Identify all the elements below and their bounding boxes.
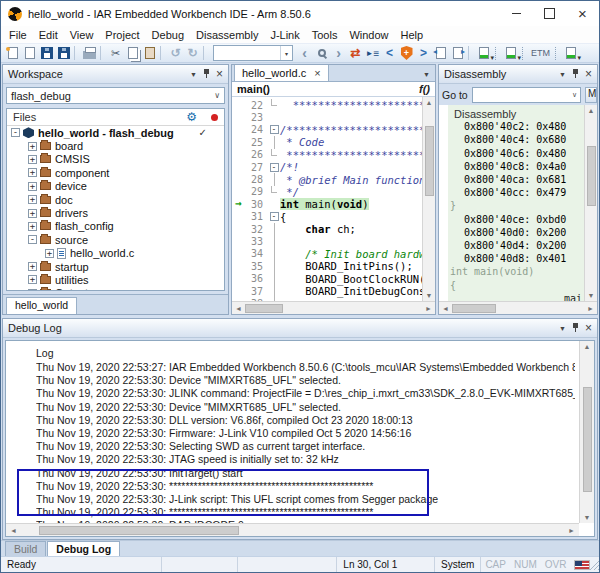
menu-view[interactable]: View xyxy=(64,28,100,42)
scroll-up-icon[interactable]: ▲ xyxy=(426,97,433,108)
print-icon[interactable] xyxy=(81,45,98,61)
scroll-left-icon[interactable]: ◄ xyxy=(232,303,245,314)
collapse-minus-icon[interactable]: - xyxy=(11,128,20,137)
copy-icon[interactable] xyxy=(124,45,141,61)
paste-icon[interactable] xyxy=(141,45,158,61)
code-line[interactable]: →33 xyxy=(232,235,422,247)
collapse-minus-icon[interactable]: - xyxy=(28,235,37,244)
tree-item-drivers[interactable]: +drivers xyxy=(7,206,224,219)
nav-forward-icon[interactable] xyxy=(330,45,347,61)
disassembly-row[interactable]: 0x800'40cc: 0x479 xyxy=(448,186,584,199)
code-line[interactable]: →29 */ xyxy=(232,186,422,198)
editor-vertical-scrollbar[interactable]: ▲ ▼ xyxy=(422,97,435,301)
log-line[interactable]: Thu Nov 19, 2020 22:53:30: *************… xyxy=(36,506,575,519)
code-line[interactable]: →30int main(void) xyxy=(232,198,422,210)
expand-plus-icon[interactable]: + xyxy=(28,222,37,231)
panel-close-icon[interactable] xyxy=(585,70,592,79)
tree-item-flash-config[interactable]: +flash_config xyxy=(7,220,224,233)
panel-close-icon[interactable] xyxy=(585,324,592,333)
undo-icon[interactable] xyxy=(167,45,184,61)
code-line[interactable]: →25 * Code xyxy=(232,136,422,148)
scroll-up-icon[interactable]: ▲ xyxy=(584,341,591,352)
code-line[interactable]: →35 BOARD_InitPins(); xyxy=(232,260,422,272)
log-line[interactable]: Thu Nov 19, 2020 22:53:30: J-Link script… xyxy=(36,493,575,506)
angle-left-icon[interactable] xyxy=(381,45,398,61)
disassembly-row[interactable]: 0x800'40c6: 0x480 xyxy=(448,147,584,160)
disassembly-row[interactable]: 0x800'40c8: 0x4a0 xyxy=(448,160,584,173)
expand-plus-icon[interactable]: + xyxy=(28,195,37,204)
function-list-button[interactable]: f() xyxy=(419,83,430,95)
tree-item-cmsis[interactable]: +CMSIS xyxy=(7,153,224,166)
scroll-right-icon[interactable]: ► xyxy=(564,525,579,536)
code-line[interactable]: →37 BOARD_InitDebugConsole( xyxy=(232,285,422,297)
tree-item-hello-world-flash-debug[interactable]: -hello_world - flash_debug✓ xyxy=(7,126,224,139)
pin-icon[interactable] xyxy=(203,69,210,79)
gear-icon[interactable]: ⚙ xyxy=(186,112,197,122)
disassembly-row[interactable]: 0x800'40d8: 0x401 xyxy=(448,252,584,265)
log-line[interactable]: Thu Nov 19, 2020 22:53:30: DLL version: … xyxy=(36,414,575,427)
maximize-icon[interactable] xyxy=(533,1,566,26)
log-vertical-scrollbar[interactable]: ▲ ▼ xyxy=(579,341,594,523)
scrollbar-thumb[interactable] xyxy=(39,526,239,535)
disassembly-row[interactable]: Disassembly xyxy=(448,107,584,120)
disassembly-horizontal-scrollbar[interactable]: ◄ ► xyxy=(439,301,597,314)
save-all-icon[interactable] xyxy=(55,45,72,61)
disassembly-row[interactable]: 0x800'40d4: 0x200 xyxy=(448,239,584,252)
disassembly-vertical-scrollbar[interactable]: ▲ ▼ xyxy=(584,105,597,301)
log-line[interactable]: Thu Nov 19, 2020 22:53:30: Device "MIMXR… xyxy=(36,401,575,414)
code-line[interactable]: →22 ************************ xyxy=(232,99,422,111)
tree-item-startup[interactable]: +startup xyxy=(7,260,224,273)
expand-plus-icon[interactable]: + xyxy=(28,168,37,177)
log-lines[interactable]: Log Thu Nov 19, 2020 22:53:27: IAR Embed… xyxy=(6,341,579,523)
log-line[interactable]: Thu Nov 19, 2020 22:53:30: Firmware: J-L… xyxy=(36,427,575,440)
menu-tools[interactable]: Tools xyxy=(306,28,344,42)
code-line[interactable]: →32 char ch; xyxy=(232,223,422,235)
disassembly-row[interactable]: mai xyxy=(448,292,584,301)
tree-item-utilities[interactable]: +utilities xyxy=(7,273,224,286)
tree-item-device[interactable]: +device xyxy=(7,180,224,193)
disassembly-row[interactable]: int main(void) xyxy=(448,265,584,278)
scroll-up-icon[interactable]: ▲ xyxy=(588,105,595,116)
editor-horizontal-scrollbar[interactable]: ◄ ► xyxy=(232,301,435,314)
code-line[interactable]: →31-{ xyxy=(232,211,422,223)
log-line[interactable]: Thu Nov 19, 2020 22:53:30: JTAG speed is… xyxy=(36,453,575,466)
code-area[interactable]: →22 ************************→23→24-/****… xyxy=(232,97,422,301)
code-line[interactable]: →27-/*! xyxy=(232,161,422,173)
scroll-right-icon[interactable]: ► xyxy=(584,303,597,314)
open-file-icon[interactable] xyxy=(21,45,38,61)
disassembly-row[interactable]: } xyxy=(448,199,584,212)
disassembly-row[interactable]: 0x800'40c2: 0x480 xyxy=(448,120,584,133)
bottom-tab-debug-log[interactable]: Debug Log xyxy=(47,541,120,556)
pin-icon[interactable] xyxy=(572,69,579,79)
pin-icon[interactable] xyxy=(572,323,579,333)
nav-back-icon[interactable] xyxy=(296,45,313,61)
trace-window-icon[interactable] xyxy=(475,45,492,61)
tab-list-chevron-icon[interactable]: ▼ xyxy=(423,71,435,81)
log-line[interactable]: Thu Nov 19, 2020 22:53:27: IAR Embedded … xyxy=(36,361,575,374)
code-line[interactable]: →26 ************************* xyxy=(232,149,422,161)
panel-menu-icon[interactable] xyxy=(190,71,197,78)
menu-window[interactable]: Window xyxy=(343,28,394,42)
shield-icon[interactable]: + xyxy=(398,45,415,61)
expand-plus-icon[interactable]: + xyxy=(45,249,54,258)
expand-plus-icon[interactable]: + xyxy=(28,142,37,151)
code-line[interactable]: →34 /* Init board hardware. xyxy=(232,248,422,260)
scrollbar-thumb[interactable] xyxy=(245,304,283,313)
scrollbar-thumb[interactable] xyxy=(425,126,434,196)
run-to-cursor-icon[interactable] xyxy=(364,45,381,61)
scroll-left-icon[interactable]: ◄ xyxy=(439,303,452,314)
tab-close-icon[interactable]: × xyxy=(314,67,320,79)
disassembly-row[interactable]: 0x800'40c4: 0x680 xyxy=(448,133,584,146)
menu-edit[interactable]: Edit xyxy=(33,28,64,42)
scrollbar-thumb[interactable] xyxy=(583,387,592,492)
expand-plus-icon[interactable]: + xyxy=(28,155,37,164)
expand-plus-icon[interactable]: + xyxy=(28,209,37,218)
editor-tab-hello-world-c[interactable]: hello_world.c × xyxy=(234,64,329,81)
log-line[interactable]: Thu Nov 19, 2020 22:53:30: Device "MIMXR… xyxy=(36,374,575,387)
doc-prev-icon[interactable] xyxy=(432,45,449,61)
search-combo[interactable]: ▾ xyxy=(213,45,293,61)
panel-menu-icon[interactable] xyxy=(559,325,566,332)
new-document-icon[interactable] xyxy=(4,45,21,61)
tree-item-board[interactable]: +board xyxy=(7,139,224,152)
cut-icon[interactable] xyxy=(107,45,124,61)
